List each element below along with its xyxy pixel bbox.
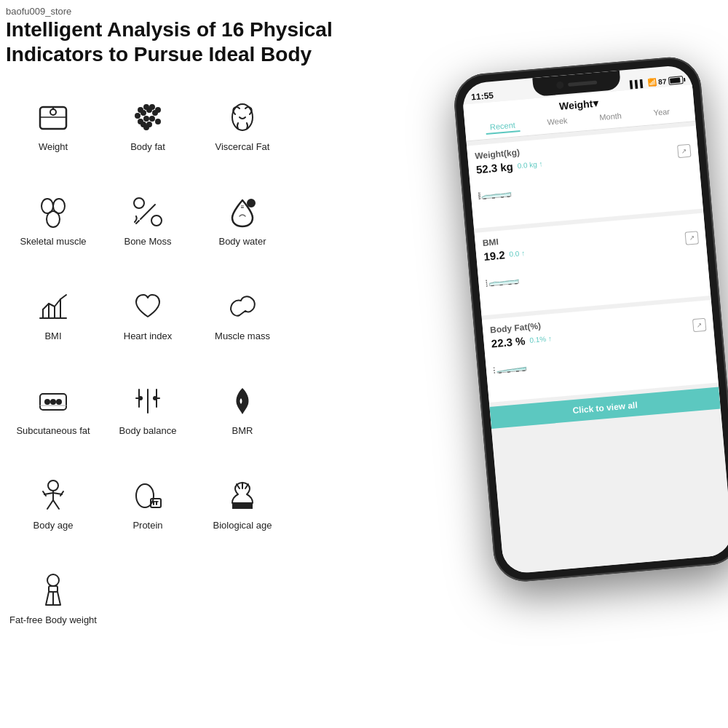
svg-point-83 xyxy=(509,280,510,281)
icon-cell-bmi: BMI xyxy=(6,277,100,371)
icon-cell-muscle-mass: Muscle mass xyxy=(195,277,290,371)
skeletal-muscle-label: Skeletal muscle xyxy=(20,236,86,248)
body-fat-label: Body fat xyxy=(130,141,165,154)
weight-expand-btn[interactable]: ↗ xyxy=(677,144,692,159)
heart-index-label: Heart index xyxy=(124,331,172,343)
svg-line-50 xyxy=(53,500,59,509)
svg-text:24: 24 xyxy=(494,368,495,368)
svg-point-64 xyxy=(482,197,483,197)
svg-point-2 xyxy=(50,109,56,115)
page-title: Intelligent Analysis of 16 Physical Indi… xyxy=(6,17,355,66)
tab-month[interactable]: Month xyxy=(595,109,627,125)
biological-age-label: Biological age xyxy=(213,520,272,532)
svg-text:54.0: 54.0 xyxy=(478,193,480,194)
body-water-label: Body water xyxy=(218,236,266,248)
svg-point-100 xyxy=(526,367,526,368)
icon-cell-body-age: Body age xyxy=(6,466,100,561)
phone-screen: 11:55 ▌▌▌ 📶 87 Weight▾ xyxy=(462,64,728,574)
protein-label: Protein xyxy=(132,520,162,532)
svg-point-22 xyxy=(47,211,60,227)
weight-section: Weight(kg) 52.3 kg 0.0 kg ↑ ↗ xyxy=(467,126,703,229)
icon-cell-fat-free: Fat-free Body weight xyxy=(6,561,100,655)
svg-text:52.0: 52.0 xyxy=(478,197,480,197)
bmi-value: 19.2 xyxy=(483,248,506,262)
battery-fill xyxy=(670,78,681,84)
wifi-icon: 📶 xyxy=(647,78,657,87)
muscle-mass-label: Muscle mass xyxy=(215,331,270,343)
watermark: baofu009_store xyxy=(6,6,71,17)
svg-text:Mar.10: Mar.10 xyxy=(492,197,495,199)
fat-free-icon xyxy=(33,571,73,610)
tab-year[interactable]: Year xyxy=(649,105,675,120)
bodyfat-value: 22.3 % xyxy=(491,334,526,349)
svg-point-95 xyxy=(502,371,503,371)
subcutaneous-fat-icon xyxy=(33,381,73,421)
battery-text: 87 xyxy=(658,77,667,86)
icon-cell-protein: Protein xyxy=(100,466,195,561)
protein-icon xyxy=(128,476,167,515)
bmi-label: BMI xyxy=(44,331,61,343)
svg-point-69 xyxy=(505,193,506,194)
svg-point-13 xyxy=(144,116,149,121)
bmi-section: BMI 19.2 0.0 ↑ ↗ xyxy=(475,213,711,315)
body-balance-label: Body balance xyxy=(119,425,177,438)
svg-point-68 xyxy=(500,194,501,194)
svg-text:Mar.10: Mar.10 xyxy=(483,198,486,199)
skeletal-muscle-icon xyxy=(33,192,73,232)
svg-text:18: 18 xyxy=(486,285,488,286)
muscle-mass-icon xyxy=(223,287,262,326)
icon-cell-skeletal-muscle: Skeletal muscle xyxy=(6,182,100,277)
svg-point-34 xyxy=(44,399,50,405)
tab-week[interactable]: Week xyxy=(542,114,572,130)
body-fat-icon xyxy=(128,98,167,137)
bmi-expand-btn[interactable]: ↗ xyxy=(685,231,700,245)
svg-point-26 xyxy=(248,199,255,207)
svg-point-18 xyxy=(144,125,149,130)
svg-text:20: 20 xyxy=(486,282,487,282)
phone-body: 11:55 ▌▌▌ 📶 87 Weight▾ xyxy=(452,55,728,584)
body-age-label: Body age xyxy=(33,520,74,532)
svg-text:53.0: 53.0 xyxy=(478,194,480,195)
visceral-fat-icon xyxy=(223,98,262,137)
biological-age-icon xyxy=(223,476,262,515)
svg-text:Mar.10: Mar.10 xyxy=(500,285,503,286)
svg-text:Mar.20: Mar.20 xyxy=(509,284,512,285)
svg-text:19: 19 xyxy=(486,284,488,285)
svg-text:Mar.10: Mar.10 xyxy=(507,196,510,197)
svg-point-23 xyxy=(134,198,144,208)
svg-point-81 xyxy=(499,282,500,282)
icon-cell-bone-moss: Bone Moss xyxy=(100,182,195,277)
svg-point-79 xyxy=(489,283,490,284)
body-age-icon xyxy=(33,476,73,515)
weight-delta: 0.0 kg ↑ xyxy=(517,159,543,170)
svg-text:51.0: 51.0 xyxy=(478,198,480,199)
svg-point-98 xyxy=(517,368,518,369)
app-content: Weight▾ Recent Week Month Year Weight(kg… xyxy=(463,84,728,574)
svg-point-84 xyxy=(514,280,515,281)
svg-point-97 xyxy=(512,369,513,370)
svg-point-35 xyxy=(50,399,56,405)
svg-text:≡: ≡ xyxy=(241,204,245,210)
bmr-label: BMR xyxy=(232,425,253,438)
body-water-icon: ≡ xyxy=(223,192,262,232)
bone-moss-label: Bone Moss xyxy=(124,236,171,248)
svg-point-80 xyxy=(494,282,495,282)
icon-cell-biological-age: Biological age xyxy=(195,466,290,561)
bodyfat-section: Body Fat(%) 22.3 % 0.1% ↑ ↗ xyxy=(482,300,719,403)
svg-line-49 xyxy=(47,500,53,509)
phone-mockup: 11:55 ▌▌▌ 📶 87 Weight▾ xyxy=(401,50,728,728)
speaker-bar xyxy=(568,80,597,86)
svg-text:23: 23 xyxy=(494,370,495,371)
bmi-icon xyxy=(33,287,73,326)
heart-index-icon xyxy=(128,287,167,326)
svg-point-14 xyxy=(150,116,154,121)
svg-line-25 xyxy=(136,221,139,223)
svg-rect-0 xyxy=(40,107,66,129)
svg-point-82 xyxy=(505,281,505,282)
battery-icon xyxy=(668,76,684,85)
bodyfat-expand-btn[interactable]: ↗ xyxy=(692,318,707,333)
body-balance-icon xyxy=(128,381,167,421)
icon-cell-body-water: ≡ Body water xyxy=(195,182,290,277)
tab-recent[interactable]: Recent xyxy=(485,119,520,135)
weight-icon xyxy=(33,98,73,137)
